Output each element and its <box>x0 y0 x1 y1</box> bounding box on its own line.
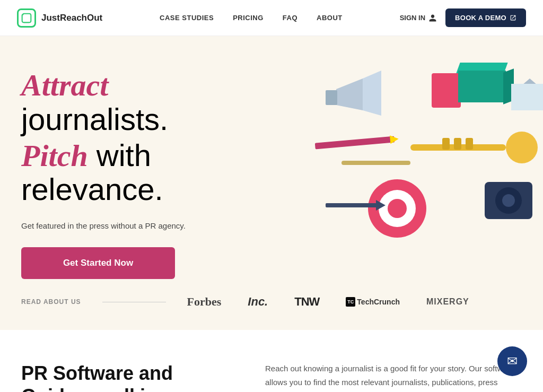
inc-logo: Inc. <box>248 295 268 309</box>
chat-icon: ✉ <box>507 354 518 369</box>
megaphone-icon <box>320 68 384 139</box>
bottom-title: PR Software and Guidance all in one <box>21 362 223 392</box>
nav-case-studies[interactable]: CASE STUDIES <box>160 14 214 22</box>
user-icon <box>428 14 437 22</box>
hero-content: Attract journalists. Pitch with relevanc… <box>0 68 265 279</box>
hero-title-line1: Attract journalists. <box>21 68 244 136</box>
svg-marker-2 <box>363 71 381 116</box>
chat-bubble-button[interactable]: ✉ <box>497 346 527 376</box>
divider <box>102 302 166 302</box>
sign-in-button[interactable]: SIGN IN <box>400 14 437 22</box>
arrow-shaft <box>326 203 379 207</box>
techcrunch-logo: TC TechCrunch <box>346 297 400 307</box>
pitch-word: Pitch <box>21 138 88 173</box>
arrow-head <box>376 200 386 211</box>
tnw-logo: TNW <box>294 295 319 309</box>
nav-faq[interactable]: FAQ <box>283 14 297 22</box>
read-about-section: READ ABOUT US Forbes Inc. TNW TC TechCru… <box>0 279 543 330</box>
arrow-line <box>341 161 410 165</box>
forbes-logo: Forbes <box>187 295 222 309</box>
press-logos: Forbes Inc. TNW TC TechCrunch MIXERGY <box>187 295 522 309</box>
svg-marker-0 <box>336 79 363 110</box>
attract-word: Attract <box>21 68 108 102</box>
mixergy-logo: MIXERGY <box>426 297 469 307</box>
trumpet-icon <box>410 126 538 169</box>
hero-subtitle: Get featured in the press without a PR a… <box>21 221 244 230</box>
bottom-text-1: Reach out knowing a journalist is a good… <box>265 362 522 392</box>
logo-text: JustReachOut <box>41 13 102 23</box>
external-link-icon <box>510 14 516 21</box>
pink-rectangle <box>432 73 461 108</box>
bottom-right: Reach out knowing a journalist is a good… <box>265 362 522 392</box>
nav-about[interactable]: ABOUT <box>317 14 343 22</box>
svg-rect-1 <box>326 90 337 105</box>
green-box <box>458 63 506 105</box>
radio-icon <box>485 182 532 219</box>
envelope-icon <box>511 79 543 110</box>
bottom-section: PR Software and Guidance all in one Reac… <box>0 330 543 392</box>
navbar: JustReachOut CASE STUDIES PRICING FAQ AB… <box>0 0 543 36</box>
logo[interactable]: JustReachOut <box>17 8 102 28</box>
nav-links: CASE STUDIES PRICING FAQ ABOUT <box>160 14 343 22</box>
hero-title-line2: Pitch with relevance. <box>21 138 244 207</box>
nav-pricing[interactable]: PRICING <box>233 14 264 22</box>
hero-illustration <box>294 47 543 259</box>
read-about-label: READ ABOUT US <box>21 298 81 306</box>
book-demo-button[interactable]: BOOK A DEMO <box>445 8 526 27</box>
logo-icon <box>17 8 36 28</box>
get-started-button[interactable]: Get Started Now <box>21 247 175 279</box>
bottom-left: PR Software and Guidance all in one <box>21 362 223 392</box>
hero-section: Attract journalists. Pitch with relevanc… <box>0 36 543 279</box>
nav-actions: SIGN IN BOOK A DEMO <box>400 8 526 27</box>
